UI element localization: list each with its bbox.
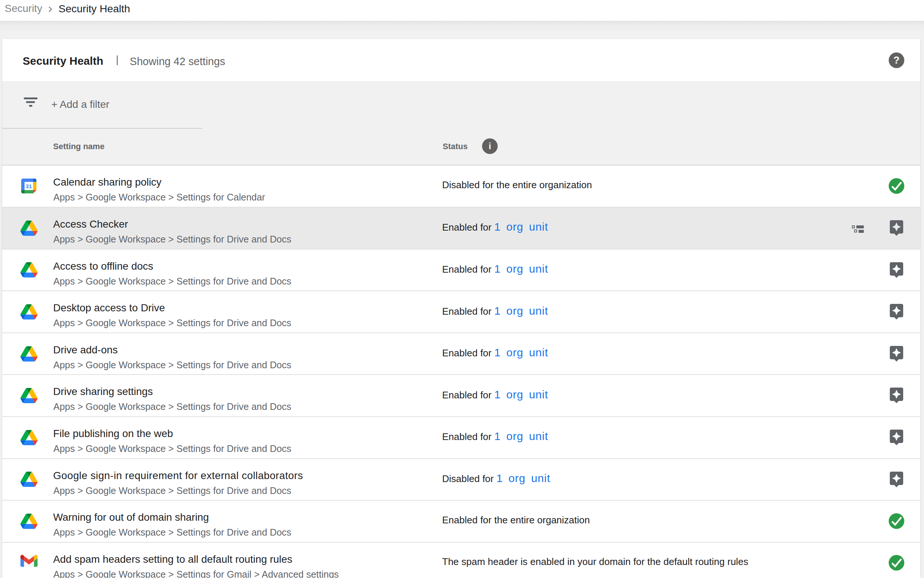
svg-text:31: 31 — [26, 183, 32, 189]
